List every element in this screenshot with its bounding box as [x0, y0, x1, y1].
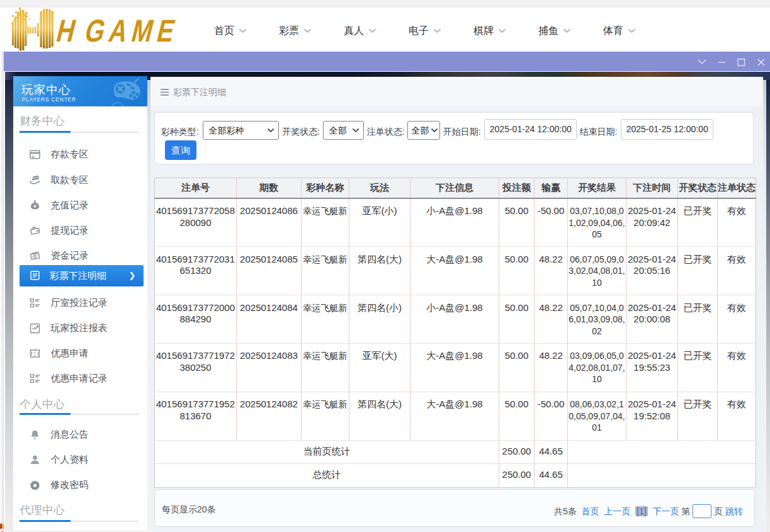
- svg-text:¥: ¥: [33, 203, 37, 209]
- svg-text:GAME: GAME: [82, 13, 184, 48]
- svg-text:H: H: [53, 13, 79, 48]
